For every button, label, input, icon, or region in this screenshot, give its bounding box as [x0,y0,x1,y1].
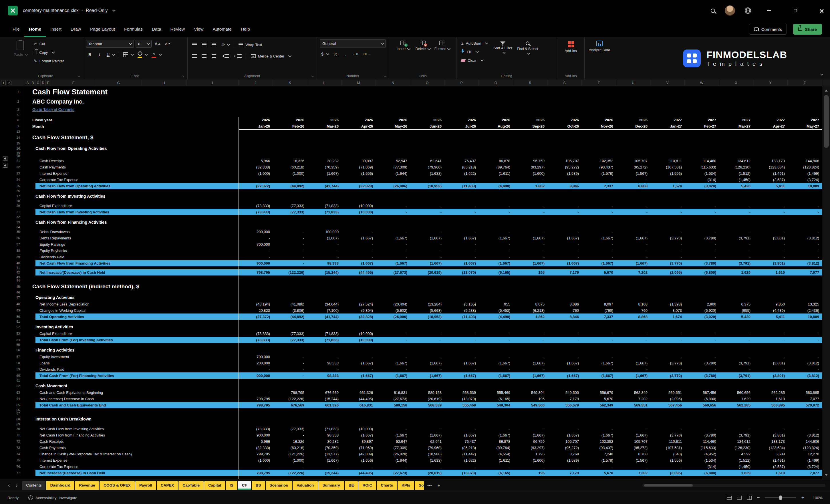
cell[interactable]: (6,800) [685,396,719,402]
cell[interactable]: 52,947 [376,438,410,444]
cell[interactable]: - [410,202,444,209]
cell[interactable]: (2,436) [788,307,822,314]
row-number[interactable]: 50 [11,314,25,320]
cell[interactable]: (1,534) [685,457,719,463]
cell[interactable]: 100,000 [307,228,342,235]
addins-button[interactable]: Add-ins [562,39,580,54]
cell[interactable]: (95,272) [616,444,650,451]
cell[interactable]: 2026 [616,117,650,123]
row-number[interactable]: 20 [11,155,25,158]
percent-style-button[interactable]: % [331,50,340,58]
cell[interactable]: (1,633) [410,170,444,177]
cell[interactable]: 144,906 [788,158,822,164]
column-header-D[interactable]: D [41,80,46,86]
cell[interactable]: 3,073 [650,307,685,314]
cell[interactable]: (95,272) [616,164,650,170]
cell[interactable]: - [547,209,582,215]
cell[interactable]: (3,791) [719,260,753,266]
row-number[interactable]: 73 [11,444,25,451]
cell[interactable]: 1,862 [513,183,547,189]
cell[interactable]: - [547,177,582,183]
font-name-select[interactable]: Tahoma [86,40,134,48]
row-label-cell[interactable]: Total Cash From (For) Financing Activiti… [25,372,238,379]
cell[interactable]: (77,333) [273,426,307,432]
cell[interactable]: (1,667) [547,360,582,366]
cell[interactable]: - [444,330,479,337]
cell[interactable]: 549,500 [513,402,547,408]
cell[interactable]: - [685,353,719,360]
column-header-C[interactable]: C [35,80,41,86]
cell[interactable]: - [719,337,753,343]
cell[interactable]: (11,403) [444,314,479,320]
cell[interactable]: 562,349 [616,389,650,396]
column-header-U[interactable]: U [616,80,650,86]
cell[interactable]: - [616,366,650,372]
cell[interactable]: (3,780) [685,360,719,366]
sort-filter-button[interactable]: Sort & Filter [492,39,514,55]
row-number[interactable]: 39 [11,254,25,260]
cell[interactable]: - [650,330,685,337]
cell[interactable]: - [376,463,410,470]
cell[interactable]: (73,833) [238,209,273,215]
cell[interactable]: - [238,463,273,470]
row-label-cell[interactable]: Interest Expense [25,170,238,177]
cell[interactable]: 20,823 [238,307,273,314]
row-number[interactable]: 3 [11,106,25,113]
cell[interactable]: (1,589) [547,457,582,463]
cell[interactable]: 7,077 [788,269,822,276]
cell[interactable]: 563,895 [753,402,788,408]
cell[interactable]: (73,833) [238,337,273,343]
cell[interactable]: Nov-26 [582,123,616,130]
row-label-cell[interactable]: Changes in Working Capital [25,307,238,314]
cell[interactable]: (42,839) [342,451,376,457]
cell[interactable]: - [376,337,410,343]
cell[interactable]: (13,284) [410,301,444,307]
row-number[interactable]: 64 [11,396,25,402]
cell[interactable]: (71,833) [307,209,342,215]
column-header-Z[interactable]: Z [788,80,822,86]
cell[interactable]: (20,404) [376,301,410,307]
cell[interactable]: - [238,247,273,254]
cell[interactable]: (20,619) [410,470,444,476]
cell[interactable]: - [410,426,444,432]
cell[interactable]: (3,770) [650,360,685,366]
sheet-tab-scenarios[interactable]: Scenarios [266,481,292,490]
column-header-X[interactable]: X [719,80,753,86]
column-header-G[interactable]: G [96,80,141,86]
cell[interactable]: (126,230) [719,164,753,170]
cell[interactable]: - [376,254,410,260]
cell[interactable]: - [410,366,444,372]
column-header-F[interactable]: F [51,80,96,86]
cell[interactable]: - [376,330,410,337]
row-number[interactable]: 74 [11,451,25,457]
row-label-cell[interactable]: Operating Activities [25,294,238,301]
cell[interactable]: (126,230) [719,444,753,451]
cell[interactable]: 7,337 [582,314,616,320]
row-number[interactable]: 58 [11,360,25,366]
row-number[interactable]: 66 [11,408,25,412]
cell[interactable]: (26,028) [376,451,410,457]
cell[interactable]: Jan-26 [238,123,273,130]
cell[interactable]: 2026 [444,117,479,123]
cell[interactable]: 563,895 [788,389,822,396]
cell[interactable]: - [788,228,822,235]
collapse-ribbon-button[interactable] [819,71,823,77]
cell[interactable]: 195 [513,470,547,476]
row-number[interactable]: 45 [11,282,25,291]
new-sheet-button[interactable]: + [435,483,443,488]
cell[interactable]: - [307,366,342,372]
cell[interactable]: 560,656 [685,402,719,408]
shrink-font-button[interactable]: A [164,39,171,48]
cell[interactable]: 62,641 [410,438,444,444]
cell[interactable]: (1,667) [376,235,410,241]
sheet-tab-contents[interactable]: Contents [22,481,45,490]
cell[interactable]: 1,674 [650,314,685,320]
cell[interactable]: 8,097 [582,301,616,307]
analyze-data-button[interactable]: Analyze Data [587,39,611,53]
cell[interactable]: - [410,241,444,247]
cell[interactable]: - [479,330,513,337]
cell[interactable]: - [719,247,753,254]
vertical-scroll-thumb[interactable] [824,95,829,148]
cell[interactable]: - [753,337,788,343]
menu-tab-file[interactable]: File [8,21,24,37]
